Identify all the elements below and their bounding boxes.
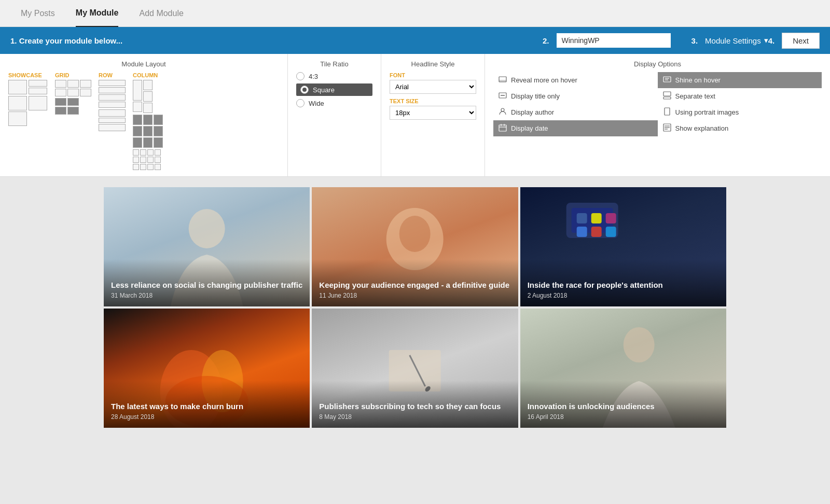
step-4-num: 4. (768, 36, 775, 45)
nav-my-posts[interactable]: My Posts (21, 1, 55, 26)
post-card-1-title: Less reliance on social is changing publ… (111, 280, 302, 290)
layout-tab-row[interactable]: ROW (99, 72, 126, 78)
display-option-shine-hover[interactable]: Shine on hover (658, 72, 822, 88)
step-3-num: 3. (691, 36, 698, 45)
column-layout-1[interactable] (133, 80, 163, 113)
next-button[interactable]: Next (782, 33, 820, 49)
tile-options: 4:3 Square Wide (296, 72, 372, 107)
layout-preview-box (8, 111, 27, 126)
display-option-explanation[interactable]: Show explanation (658, 120, 822, 136)
headline-style-section: Headline Style FONT Arial Georgia Verdan… (381, 54, 485, 176)
nav-my-module[interactable]: My Module (76, 0, 119, 27)
title-only-icon (499, 91, 507, 101)
showcase-group: SHOWCASE (8, 72, 48, 126)
showcase-layout-1[interactable] (8, 80, 48, 94)
tile-option-wide[interactable]: Wide (296, 99, 372, 107)
post-card-2-title: Keeping your audience engaged - a defini… (319, 280, 510, 290)
font-field: FONT Arial Georgia Verdana (390, 72, 476, 94)
radio-4-3[interactable] (296, 72, 305, 80)
display-options-title: Display Options (493, 60, 822, 68)
display-option-date[interactable]: Display date (493, 120, 658, 136)
radio-square[interactable] (300, 86, 309, 94)
svg-point-19 (189, 209, 225, 248)
svg-rect-2 (663, 77, 671, 82)
display-option-reveal-more[interactable]: Reveal more on hover (493, 72, 658, 88)
font-select[interactable]: Arial Georgia Verdana (390, 80, 476, 94)
post-card-3[interactable]: Inside the race for people's attention 2… (520, 187, 726, 306)
nav-add-module[interactable]: Add Module (139, 1, 183, 26)
layout-preview-box (29, 80, 47, 87)
module-layout-title: Module Layout (8, 60, 279, 68)
column-layout-2-selected[interactable] (133, 115, 163, 148)
svg-rect-27 (576, 227, 587, 237)
post-card-2-date: 11 June 2018 (319, 292, 510, 299)
svg-rect-24 (576, 213, 587, 223)
step-2: 2. (543, 33, 671, 48)
post-card-5-overlay: Publishers subscribing to tech so they c… (312, 381, 518, 428)
display-option-date-label: Display date (511, 124, 548, 132)
author-icon (499, 107, 507, 117)
text-size-select[interactable]: 18px 12px 14px 16px 20px 24px (390, 106, 476, 120)
options-bar: Module Layout SHOWCASE GRID (0, 54, 830, 177)
step-1-label: 1. Create your module below... (10, 36, 122, 45)
svg-rect-10 (665, 108, 670, 115)
layout-tab-showcase[interactable]: SHOWCASE (8, 72, 48, 78)
column-layout-3[interactable] (133, 149, 163, 170)
tile-label-wide: Wide (309, 100, 324, 107)
svg-rect-11 (499, 125, 506, 131)
post-card-3-title: Inside the race for people's attention (528, 280, 719, 290)
display-option-author[interactable]: Display author (493, 104, 658, 120)
svg-rect-29 (605, 227, 616, 237)
row-group: ROW (99, 72, 126, 131)
post-card-4-date: 28 August 2018 (111, 413, 302, 421)
step-3: 3. Module Settings ▾ (691, 36, 768, 45)
grid-layout-2[interactable] (55, 98, 91, 115)
display-option-portrait[interactable]: Using portrait images (658, 104, 822, 120)
display-option-shine-hover-label: Shine on hover (675, 76, 721, 84)
text-size-field: TEXT SIZE 18px 12px 14px 16px 20px 24px (390, 98, 476, 120)
layout-tab-column[interactable]: COLUMN (133, 72, 163, 78)
layout-preview-box (29, 96, 47, 110)
radio-wide[interactable] (296, 99, 305, 107)
post-card-6-overlay: Innovation is unlocking audiences 16 Apr… (520, 381, 726, 428)
post-card-5[interactable]: Publishers subscribing to tech so they c… (312, 309, 518, 428)
svg-point-36 (623, 327, 654, 362)
layout-preview-box (8, 80, 27, 94)
reveal-hover-icon (499, 75, 507, 85)
row-layout-2[interactable] (99, 109, 126, 131)
step-1: 1. Create your module below... (10, 36, 543, 45)
layout-tab-grid[interactable]: GRID (55, 72, 91, 78)
header-bar: 1. Create your module below... 2. 3. Mod… (0, 27, 830, 54)
post-card-6[interactable]: Innovation is unlocking audiences 16 Apr… (520, 309, 726, 428)
svg-rect-7 (663, 92, 671, 96)
post-card-4-title: The latest ways to make churn burn (111, 401, 302, 412)
svg-point-9 (501, 108, 504, 111)
display-option-title-only[interactable]: Display title only (493, 88, 658, 104)
post-card-2[interactable]: Keeping your audience engaged - a defini… (312, 187, 518, 306)
showcase-layout-2[interactable] (8, 96, 48, 126)
post-card-3-overlay: Inside the race for people's attention 2… (520, 259, 726, 307)
tile-ratio-section: Tile Ratio 4:3 Square Wide (288, 54, 381, 176)
post-card-4[interactable]: The latest ways to make churn burn 28 Au… (104, 309, 310, 428)
display-option-separate-text[interactable]: Separate text (658, 88, 822, 104)
tile-label-4-3: 4:3 (309, 73, 318, 80)
display-option-portrait-label: Using portrait images (675, 108, 739, 116)
posts-grid: Less reliance on social is changing publ… (104, 187, 726, 428)
post-card-3-date: 2 August 2018 (528, 292, 719, 299)
grid-group: GRID (55, 72, 91, 115)
module-layout-section: Module Layout SHOWCASE GRID (0, 54, 288, 176)
post-card-4-overlay: The latest ways to make churn burn 28 Au… (104, 381, 310, 428)
top-nav: My Posts My Module Add Module (0, 0, 830, 27)
step-2-num: 2. (543, 36, 549, 45)
module-name-input[interactable] (557, 33, 671, 48)
row-layout-1[interactable] (99, 80, 126, 108)
post-card-1[interactable]: Less reliance on social is changing publ… (104, 187, 310, 306)
module-settings-dropdown[interactable]: Module Settings ▾ (705, 36, 768, 45)
tile-option-4-3[interactable]: 4:3 (296, 72, 372, 80)
shine-hover-icon (663, 75, 671, 85)
display-option-explanation-label: Show explanation (675, 124, 729, 132)
tile-option-square[interactable]: Square (296, 83, 372, 96)
post-card-6-title: Innovation is unlocking audiences (528, 401, 719, 412)
grid-layout-1[interactable] (55, 80, 91, 96)
post-card-5-title: Publishers subscribing to tech so they c… (319, 401, 510, 412)
